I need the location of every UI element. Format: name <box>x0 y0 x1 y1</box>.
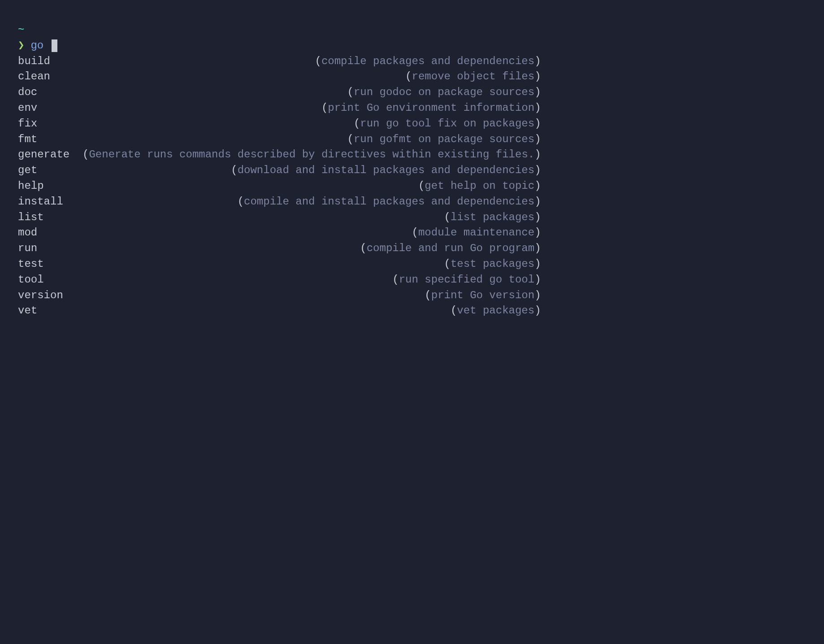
completion-name: doc <box>18 85 82 100</box>
completion-desc-wrap: (Generate runs commands described by dir… <box>82 147 541 163</box>
open-paren: ( <box>347 133 354 145</box>
open-paren: ( <box>321 102 328 114</box>
close-paren: ) <box>534 148 541 161</box>
completion-desc: remove object files <box>412 70 535 83</box>
completion-name: tool <box>18 272 82 288</box>
prompt-symbol: ❯ <box>18 38 24 54</box>
completion-name: get <box>18 163 82 178</box>
completion-name: list <box>18 210 82 226</box>
completion-desc-wrap: (print Go environment information) <box>321 100 541 116</box>
open-paren: ( <box>238 196 244 208</box>
completion-desc: get help on topic <box>425 180 534 192</box>
completion-name: build <box>18 54 82 70</box>
completion-desc: compile packages and dependencies <box>321 55 534 67</box>
open-paren: ( <box>347 86 354 98</box>
completion-desc-wrap: (remove object files) <box>405 69 541 85</box>
completion-item[interactable]: run (compile and run Go program) <box>18 241 541 257</box>
completion-item[interactable]: version (print Go version) <box>18 288 541 304</box>
prompt-line[interactable]: ❯ go <box>18 38 806 54</box>
close-paren: ) <box>534 70 541 83</box>
completion-desc-wrap: (print Go version) <box>425 288 541 304</box>
completion-desc-wrap: (compile and run Go program) <box>360 241 541 257</box>
open-paren: ( <box>444 258 451 270</box>
completion-item[interactable]: test (test packages) <box>18 257 541 272</box>
completion-name: version <box>18 288 82 304</box>
close-paren: ) <box>534 196 541 208</box>
completion-desc: vet packages <box>457 305 534 317</box>
completion-name: fmt <box>18 132 82 148</box>
completion-desc: run specified go tool <box>399 274 534 286</box>
completion-name: mod <box>18 225 82 241</box>
close-paren: ) <box>534 211 541 223</box>
completion-name: env <box>18 100 82 116</box>
completion-item[interactable]: get (download and install packages and d… <box>18 163 541 178</box>
close-paren: ) <box>534 226 541 239</box>
open-paren: ( <box>354 117 360 130</box>
completion-list: build (compile packages and dependencies… <box>18 54 541 319</box>
close-paren: ) <box>534 86 541 98</box>
completion-desc-wrap: (list packages) <box>444 210 541 226</box>
terminal[interactable]: ~ ❯ go build (compile packages and depen… <box>18 22 806 319</box>
close-paren: ) <box>534 258 541 270</box>
completion-desc-wrap: (run go tool fix on packages) <box>354 116 541 132</box>
completion-desc-wrap: (get help on topic) <box>418 178 541 194</box>
open-paren: ( <box>315 55 321 67</box>
close-paren: ) <box>534 164 541 176</box>
completion-desc: run godoc on package sources <box>354 86 534 98</box>
completion-desc: test packages <box>451 258 534 270</box>
open-paren: ( <box>412 226 418 239</box>
completion-item[interactable]: help (get help on topic) <box>18 178 541 194</box>
completion-desc: list packages <box>451 211 534 223</box>
cursor-icon <box>52 39 57 52</box>
completion-desc-wrap: (compile and install packages and depend… <box>238 194 541 210</box>
completion-item[interactable]: install (compile and install packages an… <box>18 194 541 210</box>
completion-desc-wrap: (compile packages and dependencies) <box>315 54 541 70</box>
completion-desc-wrap: (module maintenance) <box>412 225 541 241</box>
close-paren: ) <box>534 305 541 317</box>
completion-desc-wrap: (test packages) <box>444 257 541 272</box>
completion-item[interactable]: env (print Go environment information) <box>18 100 541 116</box>
completion-desc: print Go environment information <box>328 102 534 114</box>
completion-desc: module maintenance <box>418 226 534 239</box>
typed-command: go <box>30 38 43 54</box>
completion-name: clean <box>18 69 82 85</box>
completion-item[interactable]: doc (run godoc on package sources) <box>18 85 541 100</box>
completion-desc-wrap: (run godoc on package sources) <box>347 85 541 100</box>
completion-item[interactable]: fix (run go tool fix on packages) <box>18 116 541 132</box>
close-paren: ) <box>534 180 541 192</box>
completion-item[interactable]: fmt (run gofmt on package sources) <box>18 132 541 148</box>
completion-desc-wrap: (download and install packages and depen… <box>231 163 541 178</box>
completion-item[interactable]: mod (module maintenance) <box>18 225 541 241</box>
completion-item[interactable]: tool (run specified go tool) <box>18 272 541 288</box>
completion-item[interactable]: list (list packages) <box>18 210 541 226</box>
completion-name: help <box>18 178 82 194</box>
completion-desc: run gofmt on package sources <box>354 133 534 145</box>
open-paren: ( <box>360 242 366 254</box>
completion-desc-wrap: (vet packages) <box>451 303 541 319</box>
completion-desc: run go tool fix on packages <box>360 117 534 130</box>
completion-desc: Generate runs commands described by dire… <box>89 148 534 161</box>
open-paren: ( <box>392 274 399 286</box>
completion-name: run <box>18 241 82 257</box>
completion-name: fix <box>18 116 82 132</box>
close-paren: ) <box>534 274 541 286</box>
completion-desc-wrap: (run gofmt on package sources) <box>347 132 541 148</box>
completion-name: generate <box>18 147 82 163</box>
open-paren: ( <box>451 305 457 317</box>
completion-item[interactable]: generate (Generate runs commands describ… <box>18 147 541 163</box>
open-paren: ( <box>425 289 431 301</box>
completion-item[interactable]: vet (vet packages) <box>18 303 541 319</box>
completion-desc-wrap: (run specified go tool) <box>392 272 541 288</box>
close-paren: ) <box>534 102 541 114</box>
completion-desc: download and install packages and depend… <box>238 164 535 176</box>
open-paren: ( <box>82 148 89 161</box>
completion-desc: compile and install packages and depende… <box>244 196 534 208</box>
completion-item[interactable]: build (compile packages and dependencies… <box>18 54 541 70</box>
open-paren: ( <box>444 211 451 223</box>
completion-item[interactable]: clean (remove object files) <box>18 69 541 85</box>
open-paren: ( <box>231 164 237 176</box>
open-paren: ( <box>418 180 425 192</box>
close-paren: ) <box>534 117 541 130</box>
completion-desc: compile and run Go program <box>367 242 534 254</box>
cwd-line: ~ <box>18 22 806 38</box>
